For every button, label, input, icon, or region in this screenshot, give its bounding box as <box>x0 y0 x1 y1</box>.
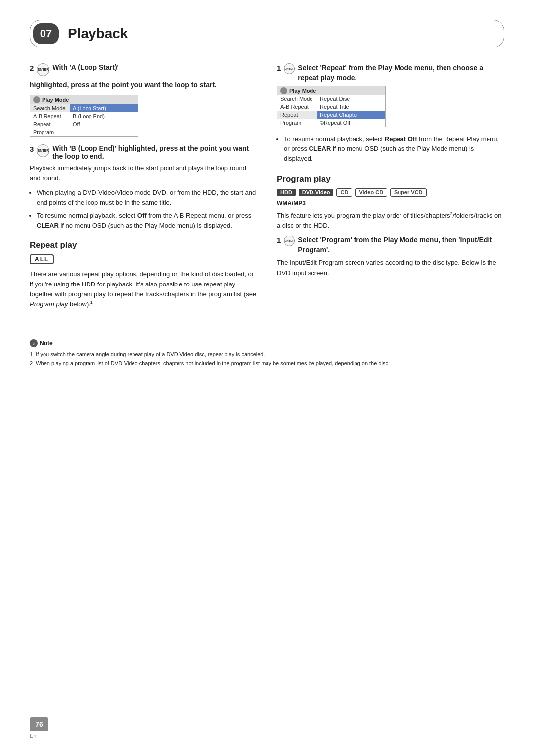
right-step1-enter-label: ENTER <box>284 67 294 70</box>
table-cell-label: Program <box>277 119 317 127</box>
step3-number: 3 <box>30 145 34 153</box>
repeat-play-section: Repeat play ALL There are various repeat… <box>30 240 257 309</box>
play-mode-repeat-menu-title-row: Play Mode <box>277 86 385 95</box>
play-mode-icon <box>33 96 40 103</box>
table-cell-value: Repeat Disc <box>317 95 385 103</box>
table-row: Search Mode Repeat Disc <box>277 95 385 103</box>
program-step1-number: 1 <box>277 236 281 244</box>
badge-video-cd: Video CD <box>355 188 387 197</box>
left-column: 2 ENTER With 'A (Loop Start)' highlighte… <box>30 63 257 314</box>
table-row: A-B Repeat B (Loop End) <box>30 112 138 120</box>
play-mode-repeat-icon <box>280 87 287 94</box>
table-row: A-B Repeat Repeat Title <box>277 103 385 111</box>
footnote-ref-1: 1 <box>90 300 93 305</box>
footnote-1: 1 If you switch the camera angle during … <box>30 350 504 359</box>
right-column: 1 ENTER Select 'Repeat' from the Play Mo… <box>277 63 504 314</box>
table-cell-value: ©Repeat Off <box>317 119 385 127</box>
page-number: 76 <box>30 717 48 731</box>
note-title: ♪ Note <box>30 339 504 347</box>
play-mode-menu-loop: Play Mode Search Mode A (Loop Start) A-B… <box>30 95 138 137</box>
program-step1-enter-button: ENTER <box>284 236 295 246</box>
step3-enter-button: ENTER <box>37 144 49 157</box>
step2-number: 2 <box>30 64 34 72</box>
two-column-layout: 2 ENTER With 'A (Loop Start)' highlighte… <box>30 63 504 314</box>
table-cell-label: Search Mode <box>30 104 70 112</box>
program-play-ref: Program play <box>30 300 68 308</box>
program-play-section: Program play HDD DVD-Video CD Video CD S… <box>277 174 504 278</box>
play-mode-table: Search Mode A (Loop Start) A-B Repeat B … <box>30 104 138 136</box>
footnote-ref-2: 2 <box>450 211 452 216</box>
page-lang-label: En <box>30 733 36 739</box>
play-mode-repeat-table: Search Mode Repeat Disc A-B Repeat Repea… <box>277 95 385 127</box>
note-section: ♪ Note 1 If you switch the camera angle … <box>30 334 504 368</box>
table-cell-value: Off <box>70 120 138 128</box>
table-cell-value <box>70 128 138 136</box>
step2-heading: 2 ENTER With 'A (Loop Start)' <box>30 63 257 76</box>
table-cell-label: Program <box>30 128 70 136</box>
chapter-number: 07 <box>33 23 59 44</box>
table-cell-label: A-B Repeat <box>30 112 70 120</box>
list-item: When playing a DVD-Video/Video mode DVD,… <box>37 188 257 208</box>
step3-heading: 3 ENTER With 'B (Loop End)' highlighted,… <box>30 144 257 160</box>
program-play-body: This feature lets you program the play o… <box>277 211 504 231</box>
right-step1-number: 1 <box>277 64 281 72</box>
table-cell-label: Search Mode <box>277 95 317 103</box>
program-step1-enter-label: ENTER <box>284 239 294 242</box>
step2-enter-label: ENTER <box>37 68 49 72</box>
step2-body-bold: highlighted, press at the point you want… <box>30 80 257 90</box>
play-mode-menu-title-row: Play Mode <box>30 95 138 104</box>
step2-enter-button: ENTER <box>37 63 49 76</box>
step2-title: With 'A (Loop Start)' <box>52 63 119 71</box>
right-step1-enter-button: ENTER <box>284 63 295 74</box>
program-play-title: Program play <box>277 174 504 184</box>
step3-enter-label: ENTER <box>37 149 49 153</box>
table-row: Program <box>30 128 138 136</box>
table-row: Repeat Repeat Chapter <box>277 111 385 119</box>
step3-body: Playback immediately jumps back to the s… <box>30 163 257 183</box>
table-row: Repeat Off <box>30 120 138 128</box>
program-step1-body: The Input/Edit Program screen varies acc… <box>277 258 504 278</box>
note-label: Note <box>40 340 53 347</box>
table-cell-value: A (Loop Start) <box>70 104 138 112</box>
badge-super-vcd: Super VCD <box>390 188 426 197</box>
table-cell-value: B (Loop End) <box>70 112 138 120</box>
table-cell-value: Repeat Title <box>317 103 385 111</box>
right-step1-heading: 1 ENTER Select 'Repeat' from the Play Mo… <box>277 63 504 83</box>
table-cell-value: Repeat Chapter <box>317 111 385 119</box>
repeat-play-title: Repeat play <box>30 240 257 250</box>
play-mode-menu-title: Play Mode <box>42 97 69 103</box>
all-badge: ALL <box>30 254 54 264</box>
badge-hdd: HDD <box>277 189 296 196</box>
repeat-play-body: There are various repeat play options, d… <box>30 269 257 309</box>
chapter-header: 07 Playback <box>30 20 504 47</box>
right-step1-title: Select 'Repeat' from the Play Mode menu,… <box>298 63 504 83</box>
play-mode-menu-repeat: Play Mode Search Mode Repeat Disc A-B Re… <box>277 86 386 127</box>
table-row: Program ©Repeat Off <box>277 119 385 127</box>
badge-dvd-video: DVD-Video <box>299 189 334 196</box>
footnote-2: 2 When playing a program list of DVD-Vid… <box>30 359 504 368</box>
note-icon: ♪ <box>30 339 38 347</box>
table-row: Search Mode A (Loop Start) <box>30 104 138 112</box>
table-cell-label: A-B Repeat <box>277 103 317 111</box>
program-step1-title: Select 'Program' from the Play Mode menu… <box>298 236 504 255</box>
table-cell-label: Repeat <box>30 120 70 128</box>
step3-title: With 'B (Loop End)' highlighted, press a… <box>52 144 257 160</box>
page-container: 07 Playback 2 ENTER With 'A (Loop Start)… <box>0 0 534 756</box>
chapter-title: Playback <box>68 26 128 42</box>
play-mode-repeat-menu-title: Play Mode <box>289 88 316 94</box>
table-cell-label: Repeat <box>277 111 317 119</box>
step3-bullets: When playing a DVD-Video/Video mode DVD,… <box>30 188 257 231</box>
compat-badges: HDD DVD-Video CD Video CD Super VCD <box>277 188 504 197</box>
badge-cd: CD <box>336 188 352 197</box>
program-step1-heading: 1 ENTER Select 'Program' from the Play M… <box>277 236 504 255</box>
wma-mp3-label: WMA/MP3 <box>277 200 504 207</box>
right-resume-bullets: To resume normal playback, select Repeat… <box>277 134 504 164</box>
list-item: To resume normal playback, select Repeat… <box>284 134 504 164</box>
list-item: To resume normal playback, select Off fr… <box>37 211 257 231</box>
